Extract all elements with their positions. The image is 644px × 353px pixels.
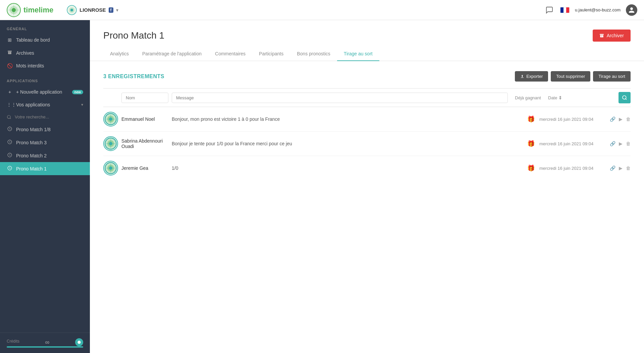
link-icon[interactable]: 🔗: [610, 141, 615, 146]
sidebar-label-prono-3: Prono Match 3: [16, 140, 83, 145]
tab-analytics[interactable]: Analytics: [103, 47, 136, 61]
general-section-label: GÉNÉRAL: [0, 20, 90, 34]
main-header: Prono Match 1 Archiver: [90, 20, 644, 47]
archives-icon: [7, 50, 13, 56]
delete-all-label: Tout supprimer: [556, 74, 585, 79]
table-filters: Déjà gagnant Date ⇕: [103, 88, 631, 107]
arrow-icon[interactable]: ▶: [619, 116, 623, 122]
logo[interactable]: timelime: [7, 3, 53, 17]
tirage-btn-label: Tirage au sort: [598, 74, 625, 79]
credits-bar-fill: [7, 346, 83, 348]
facebook-icon[interactable]: f: [109, 7, 113, 13]
avatar: [103, 112, 118, 127]
filter-deja-label: Déjà gagnant: [511, 95, 545, 100]
topnav: timelime LIONROSE f ▾ u.jaulent@so-buzz.…: [0, 0, 644, 20]
logo-text: timelime: [23, 6, 53, 14]
language-flag[interactable]: [560, 7, 570, 13]
records-actions: Exporter Tout supprimer Tirage au sort: [515, 71, 631, 82]
search-icon: [7, 115, 11, 119]
svg-point-14: [77, 341, 80, 344]
archive-icon: [599, 33, 604, 38]
sidebar-label-archives: Archives: [16, 50, 83, 56]
table-row: Sabrina Abdennouri Ouadi Bonjour je tent…: [103, 132, 631, 156]
vos-apps-icon: ⋮⋮: [7, 102, 13, 107]
trash-icon[interactable]: 🗑: [626, 141, 631, 146]
user-avatar[interactable]: [626, 4, 637, 16]
brand-name: LIONROSE: [79, 7, 106, 13]
row-message: Bonjour, mon prono est victoire 1 à 0 po…: [172, 116, 523, 122]
main-content: Prono Match 1 Archiver Analytics Paramét…: [90, 20, 644, 353]
archive-button[interactable]: Archiver: [593, 30, 631, 42]
search-text: Votre recherche...: [15, 114, 49, 119]
sidebar: GÉNÉRAL ⊞ Tableau de bord Archives 🚫 Mot…: [0, 20, 90, 353]
row-name: Emmanuel Noel: [121, 116, 168, 122]
sidebar-item-prono-2[interactable]: Prono Match 2: [0, 149, 90, 162]
sidebar-label-tableau: Tableau de bord: [16, 37, 83, 43]
arrow-icon[interactable]: ▶: [619, 141, 623, 146]
trash-icon[interactable]: 🗑: [626, 165, 631, 171]
credits-row: Crédits ∞: [7, 338, 83, 346]
sidebar-item-tableau-de-bord[interactable]: ⊞ Tableau de bord: [0, 34, 90, 46]
app-icon-1: [7, 166, 13, 171]
records-label: ENREGISTREMENTS: [108, 73, 164, 79]
chat-icon[interactable]: [544, 5, 555, 15]
arrow-icon[interactable]: ▶: [619, 165, 623, 171]
chevron-down-icon: ▾: [81, 102, 83, 107]
app-icon-3: [7, 140, 13, 145]
mots-interdits-icon: 🚫: [7, 63, 13, 68]
link-icon[interactable]: 🔗: [610, 165, 615, 171]
gift-icon: 🎁: [526, 140, 536, 147]
sidebar-item-archives[interactable]: Archives: [0, 46, 90, 59]
filter-nom-input[interactable]: [121, 93, 168, 103]
link-icon[interactable]: 🔗: [610, 116, 615, 122]
row-actions: 🔗 ▶ 🗑: [610, 141, 631, 146]
applications-section-label: APPLICATIONS: [0, 72, 90, 86]
sidebar-item-new-app[interactable]: + + Nouvelle application new: [0, 86, 90, 98]
tab-commentaires[interactable]: Commentaires: [208, 47, 252, 61]
svg-rect-8: [8, 51, 12, 51]
search-icon: [622, 95, 627, 100]
sidebar-item-prono-3[interactable]: Prono Match 3: [0, 136, 90, 149]
infinity-icon: ∞: [45, 339, 50, 346]
export-button[interactable]: Exporter: [515, 71, 548, 82]
new-badge: new: [72, 90, 83, 94]
search-button[interactable]: [619, 92, 631, 103]
sidebar-label-vos-apps: Vos applications: [16, 102, 78, 107]
filter-date-label: Date ⇕: [548, 95, 615, 100]
credits-label: Crédits: [7, 339, 19, 344]
sidebar-search[interactable]: Votre recherche...: [0, 111, 90, 123]
tab-bons-pronostics[interactable]: Bons pronostics: [290, 47, 337, 61]
sidebar-label-mots: Mots interdits: [16, 63, 83, 68]
sidebar-item-prono-1[interactable]: Prono Match 1: [0, 162, 90, 175]
tab-parametrage[interactable]: Paramétrage de l'application: [136, 47, 208, 61]
sidebar-item-vos-apps[interactable]: ⋮⋮ Vos applications ▾: [0, 98, 90, 111]
sidebar-label-new-app: + Nouvelle application: [16, 89, 69, 95]
app-icon-2: [7, 153, 13, 158]
sort-icon[interactable]: ⇕: [558, 95, 562, 100]
user-email: u.jaulent@so-buzz.com: [575, 7, 621, 12]
avatar: [103, 161, 118, 175]
row-date: mercredi 16 juin 2021 09:04: [539, 166, 606, 171]
sidebar-item-prono-1-8[interactable]: Prono Match 1/8: [0, 123, 90, 136]
sidebar-label-prono-1: Prono Match 1: [16, 166, 83, 171]
filter-message-input[interactable]: [172, 93, 508, 103]
gift-icon: 🎁: [526, 115, 536, 123]
row-message: 1/0: [172, 165, 523, 171]
row-name: Sabrina Abdennouri Ouadi: [121, 138, 168, 149]
tirage-button[interactable]: Tirage au sort: [593, 71, 631, 82]
sidebar-label-prono-1-8: Prono Match 1/8: [16, 127, 83, 132]
row-date: mercredi 16 juin 2021 09:04: [539, 117, 606, 122]
row-message: Bonjour je tente pour 1/0 pour la France…: [172, 141, 523, 146]
row-actions: 🔗 ▶ 🗑: [610, 165, 631, 171]
archive-btn-label: Archiver: [607, 33, 624, 38]
trash-icon[interactable]: 🗑: [626, 116, 631, 122]
delete-all-button[interactable]: Tout supprimer: [551, 71, 590, 82]
tab-participants[interactable]: Participants: [252, 47, 290, 61]
row-actions: 🔗 ▶ 🗑: [610, 116, 631, 122]
records-count-number: 3: [103, 73, 106, 79]
brand-dropdown[interactable]: ▾: [116, 7, 118, 13]
tab-tirage-au-sort[interactable]: Tirage au sort: [337, 47, 379, 61]
table-row: Emmanuel Noel Bonjour, mon prono est vic…: [103, 107, 631, 132]
sidebar-item-mots-interdits[interactable]: 🚫 Mots interdits: [0, 59, 90, 72]
table-row: Jeremie Gea 1/0 🎁 mercredi 16 juin 2021 …: [103, 156, 631, 180]
